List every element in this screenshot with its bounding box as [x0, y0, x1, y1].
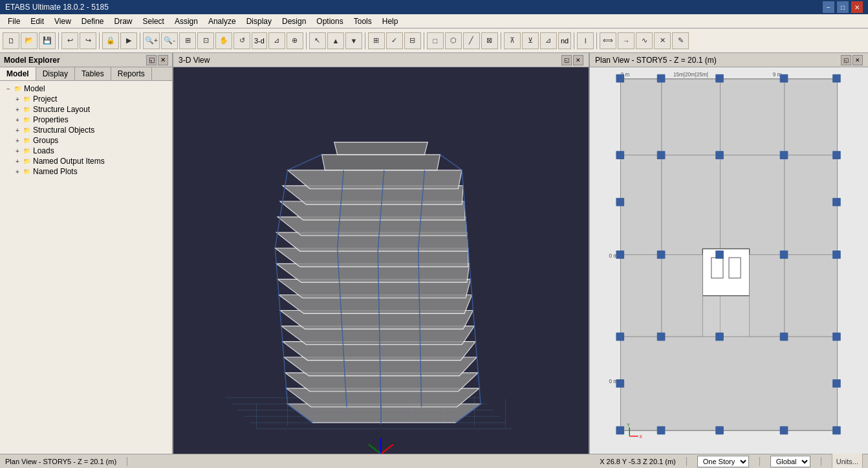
tree-label-named-output-items: Named Output Items	[33, 157, 105, 166]
rectangle-btn[interactable]: □	[427, 32, 444, 49]
story-select[interactable]: One Story All Stories	[697, 456, 749, 467]
status-sep4	[821, 457, 821, 466]
project-icon: 📁	[22, 95, 31, 104]
menu-item-edit[interactable]: Edit	[25, 14, 49, 28]
svg-rect-67	[720, 79, 785, 155]
poly-btn[interactable]: ⬡	[445, 32, 462, 49]
3d-float-button[interactable]: ◱	[561, 55, 572, 65]
tree-item-loads[interactable]: + 📁 Loads	[12, 146, 169, 156]
3d-view-panel: 3-D View ◱ ✕	[173, 53, 590, 454]
maximize-button[interactable]: □	[837, 1, 849, 13]
pen-btn[interactable]: ✎	[672, 32, 689, 49]
tree-item-project[interactable]: + 📁 Project	[12, 94, 169, 104]
3d-close-button[interactable]: ✕	[573, 55, 583, 65]
menu-item-options[interactable]: Options	[311, 14, 348, 28]
svg-rect-102	[657, 426, 666, 434]
line-btn[interactable]: ╱	[463, 32, 480, 49]
sep4	[306, 32, 307, 49]
pan-button[interactable]: ✋	[215, 32, 232, 49]
zoom-in-button[interactable]: 🔍+	[143, 32, 160, 49]
run-button[interactable]: ▶	[120, 32, 137, 49]
svg-rect-78	[750, 254, 785, 337]
tab-reports[interactable]: Reports	[111, 67, 152, 80]
structural-icon: 📁	[22, 126, 31, 135]
svg-rect-95	[832, 251, 841, 259]
tree-item-groups[interactable]: + 📁 Groups	[12, 135, 169, 146]
tab-model[interactable]: Model	[0, 67, 36, 80]
svg-rect-87	[657, 151, 666, 159]
move-down[interactable]: ▼	[345, 32, 362, 49]
lock-button[interactable]: 🔒	[102, 32, 119, 49]
toolbar: 🗋 📂 💾 ↩ ↪ 🔒 ▶ 🔍+ 🔍- ⊞ ⊡ ✋ ↺ 3-d ⊿ ⊕ ↖ ▲ …	[0, 28, 868, 53]
tree-item-structure-layout[interactable]: + 📁 Structure Layout	[12, 104, 169, 115]
tree-item-properties[interactable]: + 📁 Properties	[12, 115, 169, 125]
menu-item-file[interactable]: File	[3, 14, 25, 28]
refresh-button[interactable]: ↺	[233, 32, 250, 49]
hinge-btn[interactable]: ⊿	[540, 32, 557, 49]
plan-canvas[interactable]: 9 m 15m|20m|25m| 9 m	[590, 67, 868, 454]
global-select[interactable]: Global Local	[770, 456, 810, 467]
sep9	[596, 32, 597, 49]
svg-rect-103	[715, 426, 724, 434]
units-button[interactable]: Units...	[832, 453, 863, 469]
checkmark-btn[interactable]: ✓	[386, 32, 403, 49]
mass-btn[interactable]: ⊻	[522, 32, 539, 49]
move-up[interactable]: ▲	[327, 32, 344, 49]
perspective-button[interactable]: ⊿	[268, 32, 285, 49]
menu-item-define[interactable]: Define	[76, 14, 109, 28]
me-close-button[interactable]: ✕	[158, 55, 168, 65]
plan-float-button[interactable]: ◱	[841, 55, 851, 65]
zoom-out-button[interactable]: 🔍-	[161, 32, 178, 49]
xyz-button[interactable]: ⊕	[287, 32, 303, 49]
svg-rect-89	[780, 151, 788, 159]
new-button[interactable]: 🗋	[3, 32, 19, 49]
minimize-button[interactable]: −	[823, 1, 834, 13]
tree-item-named-plots[interactable]: + 📁 Named Plots	[12, 166, 169, 177]
menu-item-analyze[interactable]: Analyze	[203, 14, 241, 28]
svg-line-35	[288, 155, 322, 170]
menu-item-select[interactable]: Select	[138, 14, 169, 28]
open-button[interactable]: 📂	[21, 32, 38, 49]
menu-item-draw[interactable]: Draw	[109, 14, 138, 28]
tree-item-structural-objects[interactable]: + 📁 Structural Objects	[12, 125, 169, 135]
tree-label-named-plots: Named Plots	[33, 167, 78, 176]
menu-item-tools[interactable]: Tools	[349, 14, 377, 28]
slash-btn[interactable]: ✕	[654, 32, 671, 49]
tab-tables[interactable]: Tables	[75, 67, 111, 80]
svg-rect-82	[657, 74, 666, 83]
dim-btn[interactable]: ⟺	[600, 32, 616, 49]
close-button[interactable]: ✕	[851, 1, 863, 13]
me-float-button[interactable]: ◱	[146, 55, 157, 65]
tab-display[interactable]: Display	[36, 67, 75, 80]
zoom-window-button[interactable]: ⊡	[197, 32, 214, 49]
sep7	[501, 32, 501, 49]
tree-item-named-output-items[interactable]: + 📁 Named Output Items	[12, 156, 169, 166]
spring-btn[interactable]: ⊼	[504, 32, 521, 49]
section-btn[interactable]: ⊠	[481, 32, 498, 49]
menu-item-help[interactable]: Help	[377, 14, 404, 28]
svg-rect-104	[780, 426, 788, 434]
3d-view-header: 3-D View ◱ ✕	[173, 53, 589, 67]
plan-close-button[interactable]: ✕	[852, 55, 863, 65]
svg-rect-94	[780, 251, 788, 259]
menu-item-assign[interactable]: Assign	[169, 14, 203, 28]
show-hide-btn[interactable]: ⊞	[368, 32, 385, 49]
zoom-fit-button[interactable]: ⊞	[179, 32, 196, 49]
plan-view-panel: Plan View - STORY5 - Z = 20.1 (m) ◱ ✕ 9 …	[590, 53, 868, 454]
grid-btn[interactable]: ⊟	[404, 32, 421, 49]
menu-item-display[interactable]: Display	[241, 14, 277, 28]
arrow-btn[interactable]: →	[618, 32, 635, 49]
svg-rect-65	[621, 79, 662, 155]
tree-root-model[interactable]: − 📁 Model	[3, 84, 169, 94]
svg-rect-99	[780, 333, 788, 341]
text-btn[interactable]: I	[577, 32, 594, 49]
menu-item-view[interactable]: View	[49, 14, 76, 28]
select-pointer[interactable]: ↖	[309, 32, 326, 49]
wave-btn[interactable]: ∿	[636, 32, 653, 49]
undo-button[interactable]: ↩	[61, 32, 78, 49]
menu-item-design[interactable]: Design	[277, 14, 311, 28]
save-button[interactable]: 💾	[39, 32, 56, 49]
redo-button[interactable]: ↪	[80, 32, 96, 49]
3d-canvas[interactable]	[173, 67, 589, 454]
named-plots-icon: 📁	[22, 167, 31, 176]
